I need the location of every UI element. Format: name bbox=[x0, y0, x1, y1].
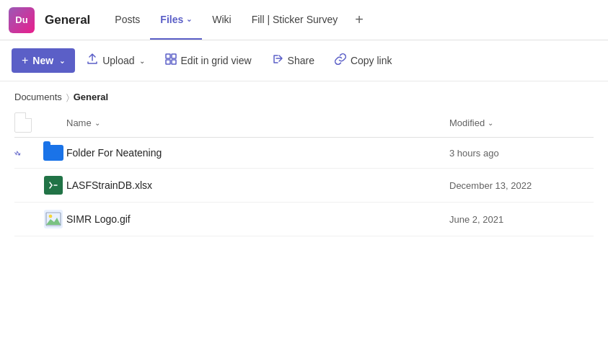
file-list-header: Name ⌄ Modified ⌄ bbox=[14, 108, 594, 138]
table-row[interactable]: ↯ Folder For Neatening 3 hours ago bbox=[14, 138, 594, 169]
tab-sticker-survey[interactable]: Fill | Sticker Survey bbox=[242, 0, 348, 40]
upload-chevron-icon: ⌄ bbox=[139, 57, 145, 65]
share-icon bbox=[272, 53, 283, 68]
share-label: Share bbox=[288, 55, 314, 66]
xlsx-icon bbox=[40, 176, 66, 195]
file-name: SIMR Logo.gif bbox=[66, 213, 449, 225]
file-type-header-icon bbox=[14, 112, 32, 133]
files-tab-chevron: ⌄ bbox=[186, 15, 192, 23]
copy-link-icon bbox=[335, 53, 346, 68]
nav-tabs: Posts Files ⌄ Wiki Fill | Sticker Survey… bbox=[105, 0, 371, 40]
tab-wiki[interactable]: Wiki bbox=[202, 0, 241, 40]
new-label: New bbox=[32, 55, 53, 66]
header-checkbox-col bbox=[14, 112, 40, 133]
tab-posts[interactable]: Posts bbox=[105, 0, 150, 40]
avatar[interactable]: Du bbox=[9, 7, 35, 33]
svg-rect-1 bbox=[172, 54, 176, 58]
table-row[interactable]: LASFStrainDB.xlsx December 13, 2022 bbox=[14, 169, 594, 203]
breadcrumb-current: General bbox=[74, 92, 108, 102]
modified-header-label: Modified bbox=[449, 117, 485, 128]
gif-shape bbox=[44, 210, 63, 228]
file-name: Folder For Neatening bbox=[66, 147, 449, 159]
edit-grid-label: Edit in grid view bbox=[181, 55, 252, 66]
file-modified: 3 hours ago bbox=[449, 148, 594, 159]
file-list: Name ⌄ Modified ⌄ ↯ Folder For Neatening… bbox=[0, 108, 608, 236]
svg-rect-2 bbox=[166, 60, 170, 64]
toolbar: + New ⌄ Upload ⌄ Edit in grid view bbox=[0, 40, 608, 81]
upload-label: Upload bbox=[102, 55, 134, 66]
top-nav: Du General Posts Files ⌄ Wiki Fill | Sti… bbox=[0, 0, 608, 40]
file-modified: December 13, 2022 bbox=[449, 180, 594, 191]
breadcrumb-separator: 〉 bbox=[66, 92, 69, 102]
plus-icon: + bbox=[22, 54, 28, 67]
xlsx-shape bbox=[44, 176, 63, 195]
breadcrumb-parent[interactable]: Documents bbox=[14, 92, 62, 102]
gif-icon bbox=[40, 210, 66, 228]
channel-title: General bbox=[45, 13, 90, 27]
table-row[interactable]: SIMR Logo.gif June 2, 2021 bbox=[14, 203, 594, 236]
modified-sort-icon: ⌄ bbox=[488, 119, 493, 127]
row-checkbox-col: ↯ bbox=[14, 147, 40, 159]
name-header-label: Name bbox=[66, 117, 92, 128]
upload-button[interactable]: Upload ⌄ bbox=[78, 48, 153, 74]
share-button[interactable]: Share bbox=[263, 48, 323, 74]
name-sort-icon: ⌄ bbox=[94, 119, 100, 127]
edit-grid-button[interactable]: Edit in grid view bbox=[157, 48, 260, 74]
copy-link-label: Copy link bbox=[351, 55, 392, 66]
folder-icon bbox=[40, 145, 66, 161]
svg-point-5 bbox=[49, 215, 52, 218]
file-name: LASFStrainDB.xlsx bbox=[66, 179, 449, 191]
folder-shape bbox=[43, 145, 63, 161]
add-tab-button[interactable]: + bbox=[348, 0, 371, 40]
svg-rect-3 bbox=[172, 60, 176, 64]
col-modified-header[interactable]: Modified ⌄ bbox=[449, 117, 594, 128]
tab-files[interactable]: Files ⌄ bbox=[150, 0, 202, 40]
breadcrumb: Documents 〉 General bbox=[0, 81, 608, 108]
new-button[interactable]: + New ⌄ bbox=[12, 48, 75, 73]
copy-link-button[interactable]: Copy link bbox=[326, 48, 401, 74]
file-modified: June 2, 2021 bbox=[449, 214, 594, 225]
folder-loading-icon: ↯ bbox=[12, 148, 24, 160]
col-name-header[interactable]: Name ⌄ bbox=[66, 117, 449, 128]
upload-icon bbox=[87, 53, 98, 68]
grid-icon bbox=[165, 53, 177, 68]
svg-rect-0 bbox=[166, 54, 170, 58]
new-chevron-icon: ⌄ bbox=[59, 57, 65, 65]
